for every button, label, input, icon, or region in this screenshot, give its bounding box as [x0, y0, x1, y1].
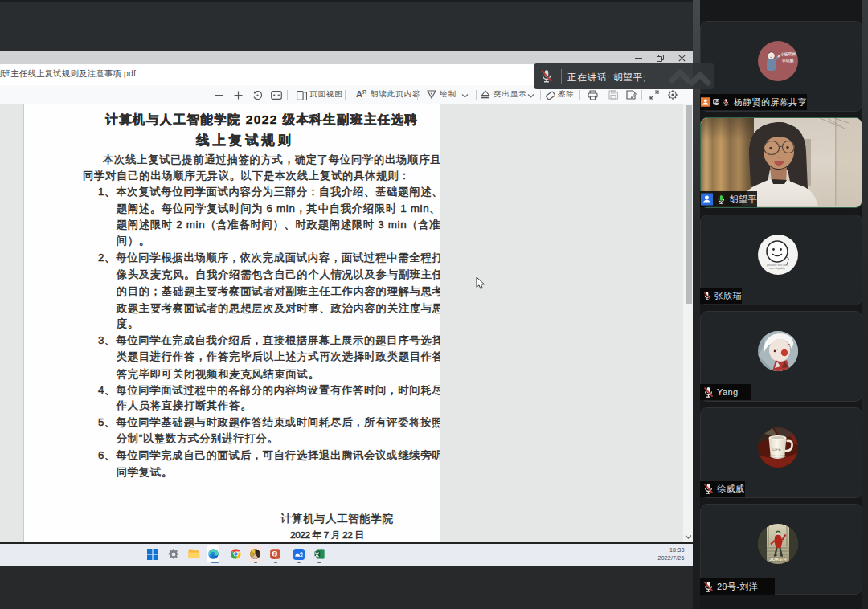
- svg-text:非琪鹏: 非琪鹏: [781, 58, 794, 63]
- svg-text:one day day: one day day: [769, 267, 785, 270]
- svg-text:小杨琪帅: 小杨琪帅: [780, 51, 796, 57]
- svg-text:LIFE: LIFE: [772, 447, 781, 452]
- svg-text:you see see you: you see see you: [767, 263, 788, 266]
- svg-text:JOKER: JOKER: [769, 557, 787, 562]
